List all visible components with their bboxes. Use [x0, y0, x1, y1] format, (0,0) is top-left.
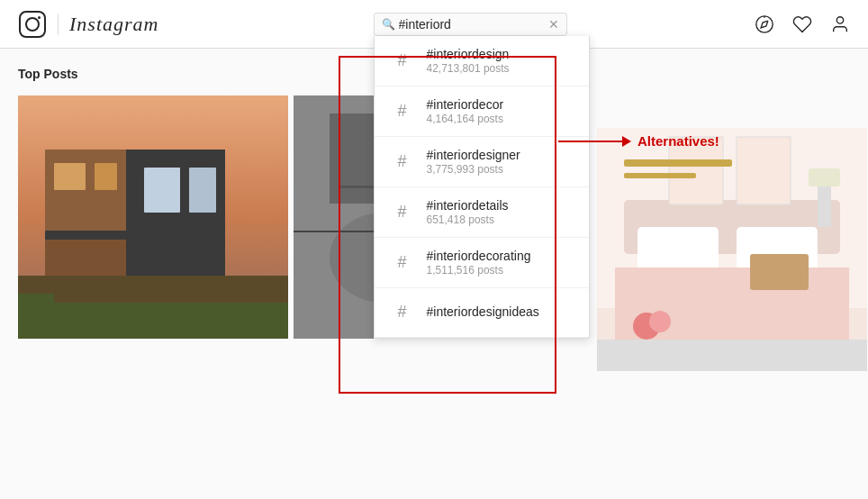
hash-icon-4: # — [389, 249, 416, 276]
dropdown-item-2[interactable]: # #interiordesigner 3,775,993 posts — [375, 137, 589, 187]
post-house-image — [18, 95, 288, 339]
svg-point-2 — [38, 16, 41, 19]
post-thumb-3[interactable] — [597, 128, 867, 371]
search-input-container: 🔍 ✕ — [374, 13, 567, 36]
svg-rect-27 — [637, 227, 719, 272]
app-logo-text: Instagram — [69, 13, 158, 36]
dropdown-tag-1: #interiordecor — [427, 97, 504, 112]
svg-rect-11 — [95, 163, 117, 190]
search-clear-icon[interactable]: ✕ — [548, 17, 559, 32]
svg-rect-10 — [54, 163, 86, 190]
dropdown-count-2: 3,775,993 posts — [427, 163, 520, 176]
instagram-logo-icon — [18, 10, 47, 39]
profile-icon[interactable] — [830, 14, 850, 34]
svg-rect-15 — [18, 294, 54, 339]
dropdown-item-text-3: #interiordetails 651,418 posts — [427, 198, 509, 226]
hash-icon-0: # — [389, 47, 416, 74]
hash-icon-3: # — [389, 198, 416, 225]
hash-icon-1: # — [389, 97, 416, 124]
dropdown-item-text-5: #interiordesignideas — [427, 304, 539, 320]
dropdown-item-text-4: #interiordecorating 1,511,516 posts — [427, 249, 531, 277]
dropdown-item-0[interactable]: # #interiordesign 42,713,801 posts — [375, 36, 589, 86]
svg-rect-16 — [252, 303, 288, 339]
search-wrapper: 🔍 ✕ # #interiordesign 42,713,801 posts — [374, 13, 567, 36]
dropdown-item-5[interactable]: # #interiordesignideas — [375, 288, 589, 338]
dropdown-tag-5: #interiordesignideas — [427, 304, 539, 319]
svg-rect-31 — [809, 168, 840, 186]
svg-rect-12 — [144, 168, 180, 213]
svg-rect-0 — [20, 12, 45, 37]
header-nav-icons — [742, 14, 850, 34]
svg-rect-35 — [624, 173, 696, 178]
dropdown-item-text-0: #interiordesign 42,713,801 posts — [427, 47, 510, 75]
svg-point-38 — [649, 311, 671, 332]
dropdown-item-1[interactable]: # #interiordecor 4,164,164 posts — [375, 86, 589, 137]
dropdown-tag-0: #interiordesign — [427, 47, 510, 61]
svg-rect-32 — [669, 137, 723, 204]
dropdown-tag-3: #interiordetails — [427, 198, 509, 213]
post-bedroom-image — [597, 128, 867, 371]
hash-icon-2: # — [389, 148, 416, 175]
post-thumb-1[interactable] — [18, 95, 288, 339]
dropdown-item-3[interactable]: # #interiordetails 651,418 posts — [375, 187, 589, 238]
dropdown-list[interactable]: # #interiordesign 42,713,801 posts # #in… — [375, 36, 589, 338]
header: Instagram 🔍 ✕ # #interiordesign 42,713,8… — [0, 0, 868, 49]
search-icon: 🔍 — [382, 18, 395, 31]
dropdown-count-4: 1,511,516 posts — [427, 264, 531, 277]
svg-rect-13 — [189, 168, 216, 213]
svg-rect-14 — [18, 276, 288, 339]
compass-icon[interactable] — [755, 14, 774, 34]
search-dropdown: # #interiordesign 42,713,801 posts # #in… — [374, 36, 590, 339]
dropdown-count-1: 4,164,164 posts — [427, 113, 504, 125]
svg-point-3 — [756, 15, 773, 32]
dropdown-item-4[interactable]: # #interiordecorating 1,511,516 posts — [375, 238, 589, 288]
hash-icon-5: # — [389, 299, 416, 326]
svg-point-5 — [836, 16, 843, 23]
logo-area: Instagram — [18, 10, 198, 39]
search-input[interactable] — [399, 17, 534, 32]
dropdown-item-text-1: #interiordecor 4,164,164 posts — [427, 97, 504, 125]
svg-point-1 — [26, 18, 39, 31]
dropdown-item-text-2: #interiordesigner 3,775,993 posts — [427, 148, 520, 176]
heart-icon[interactable] — [792, 14, 812, 34]
svg-rect-33 — [737, 137, 791, 204]
logo-divider — [58, 14, 59, 35]
dropdown-count-0: 42,713,801 posts — [427, 62, 510, 75]
svg-rect-39 — [750, 254, 809, 290]
dropdown-tag-2: #interiordesigner — [427, 148, 520, 162]
svg-rect-36 — [597, 340, 867, 371]
svg-rect-34 — [624, 159, 732, 167]
dropdown-tag-4: #interiordecorating — [427, 249, 531, 263]
search-area: 🔍 ✕ # #interiordesign 42,713,801 posts — [198, 13, 742, 36]
svg-rect-30 — [818, 182, 831, 227]
dropdown-count-3: 651,418 posts — [427, 213, 509, 226]
